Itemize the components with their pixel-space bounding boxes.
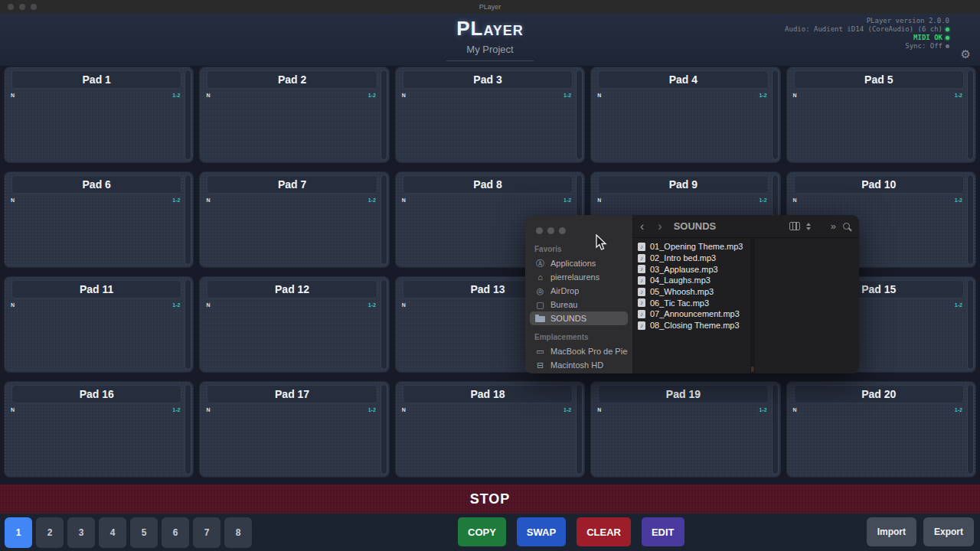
sidebar-item-label: AirDrop [550,286,579,295]
pad[interactable]: Pad 19 N 1-2 [590,381,780,478]
pad[interactable]: Pad 20 N 1-2 [786,381,976,478]
pad[interactable]: Pad 2 N 1-2 [199,67,389,163]
pad[interactable]: Pad 12 N 1-2 [199,276,389,373]
pad-midi-indicator: N [11,93,15,98]
laptop-icon: ▭ [535,347,545,357]
finder-zoom-button[interactable] [559,227,566,234]
pad-midi-indicator: N [793,197,797,203]
pad-volume-slider[interactable] [576,70,583,160]
pad-midi-indicator: N [206,197,210,203]
io-button[interactable]: Import [867,517,916,546]
status-text: Sync: Off [905,42,942,51]
file-row[interactable]: ♪ 07_Announcement.mp3 [638,308,750,320]
file-row[interactable]: ♪ 06_Tic Tac.mp3 [638,297,750,308]
sidebar-item[interactable]: ▭ MacBook Pro de Pierre [530,344,628,358]
pad-title: Pad 6 [11,175,181,194]
sidebar-item[interactable]: ▢ Bureau [530,298,628,311]
divider-handle[interactable]: || [751,366,754,371]
gear-icon[interactable]: ⚙ [961,47,971,61]
bottom-bar: 1 2 3 4 5 6 7 8 COPY SWAP CLEAR EDIT Imp… [0,514,980,551]
pad-channel-indicator: 1-2 [955,197,962,203]
action-button[interactable]: EDIT [642,517,684,546]
pad-volume-slider[interactable] [381,174,387,265]
pad-volume-slider[interactable] [185,384,191,474]
file-name: 02_Intro bed.mp3 [650,253,716,262]
action-button[interactable]: COPY [458,517,506,546]
pad[interactable]: Pad 1 N 1-2 [4,67,194,163]
search-icon[interactable] [843,223,850,230]
sidebar-item[interactable]: ⌂ pierrelaurens [530,270,628,284]
pad-volume-slider[interactable] [381,279,387,370]
stop-button[interactable]: STOP [0,484,980,514]
bank-button[interactable]: 7 [193,517,220,548]
pad-volume-slider[interactable] [381,384,387,474]
pad-volume-slider[interactable] [185,70,191,160]
sidebar-item[interactable]: ◎ AirDrop [530,284,628,298]
sidebar-item[interactable]: SOUNDS [530,311,628,325]
pad-volume-slider[interactable] [381,70,387,160]
pad[interactable]: Pad 16 N 1-2 [4,381,194,478]
status-led [946,44,949,48]
pad-channel-indicator: 1-2 [955,302,962,308]
pad-midi-indicator: N [402,93,406,98]
bank-button[interactable]: 5 [130,517,158,548]
pad[interactable]: Pad 5 N 1-2 [786,67,976,163]
status-text: MIDI OK [913,34,942,42]
file-row[interactable]: ♪ 08_Closing Theme.mp3 [638,320,750,331]
file-list: ♪ 01_Opening Theme.mp3 ♪ 02_Intro bed.mp… [638,241,750,331]
bank-button[interactable]: 1 [5,517,32,548]
file-row[interactable]: ♪ 01_Opening Theme.mp3 [638,241,750,253]
bank-button[interactable]: 8 [224,517,252,548]
file-row[interactable]: ♪ 02_Intro bed.mp3 [638,253,750,264]
pad[interactable]: Pad 6 N 1-2 [4,171,194,268]
bank-button[interactable]: 6 [162,517,189,548]
finder-close-button[interactable] [536,227,543,234]
file-row[interactable]: ♪ 05_Whoosh.mp3 [638,286,750,298]
file-name: 04_Laughs.mp3 [650,276,710,285]
pad-midi-indicator: N [597,407,601,412]
bank-button[interactable]: 2 [36,517,64,548]
pad-volume-slider[interactable] [772,384,779,474]
pad-volume-slider[interactable] [967,70,974,160]
pad[interactable]: Pad 17 N 1-2 [199,381,389,478]
back-icon[interactable]: ‹ [633,220,651,233]
column-view-icon[interactable] [789,222,800,230]
pad-channel-indicator: 1-2 [564,197,571,203]
pad[interactable]: Pad 11 N 1-2 [4,276,194,373]
project-name: My Project [446,44,533,61]
pad-volume-slider[interactable] [185,174,191,265]
finder-window[interactable]: Favoris Ⓐ Applications ⌂ pierrelaurens ◎… [525,215,859,373]
sidebar-item[interactable]: Ⓐ Applications [530,256,628,270]
action-button[interactable]: SWAP [517,517,566,546]
pad-volume-slider[interactable] [576,384,583,474]
pad-volume-slider[interactable] [772,70,779,160]
pad-volume-slider[interactable] [967,174,974,265]
pad-title: Pad 9 [598,175,768,194]
pad-title: Pad 3 [403,70,573,89]
more-toolbar-icon[interactable]: » [831,220,835,232]
pad-volume-slider[interactable] [967,384,974,474]
sidebar-item-label: Macintosh HD [550,360,603,370]
column-divider[interactable]: || [750,239,755,373]
pad-title: Pad 12 [207,280,377,298]
sort-icon[interactable] [806,223,811,230]
forward-icon[interactable]: › [651,220,668,233]
pad-volume-slider[interactable] [967,279,974,370]
pad[interactable]: Pad 4 N 1-2 [590,67,780,163]
finder-minimize-button[interactable] [547,227,554,234]
bank-button[interactable]: 3 [67,517,95,548]
action-button[interactable]: CLEAR [577,517,631,546]
file-row[interactable]: ♪ 04_Laughs.mp3 [638,275,750,286]
pad-volume-slider[interactable] [185,279,191,370]
pad-title: Pad 19 [598,385,768,403]
sidebar-item[interactable]: ⊟ Macintosh HD [530,358,628,372]
bank-button[interactable]: 4 [99,517,126,548]
pad-midi-indicator: N [793,407,797,412]
pad[interactable]: Pad 18 N 1-2 [395,381,585,478]
file-row[interactable]: ♪ 03_Applause.mp3 [638,263,750,275]
action-buttons: COPY SWAP CLEAR EDIT [458,517,684,546]
status-line: MIDI OK [785,34,949,42]
io-button[interactable]: Export [923,517,974,546]
pad[interactable]: Pad 7 N 1-2 [199,171,389,268]
pad[interactable]: Pad 3 N 1-2 [395,67,585,163]
